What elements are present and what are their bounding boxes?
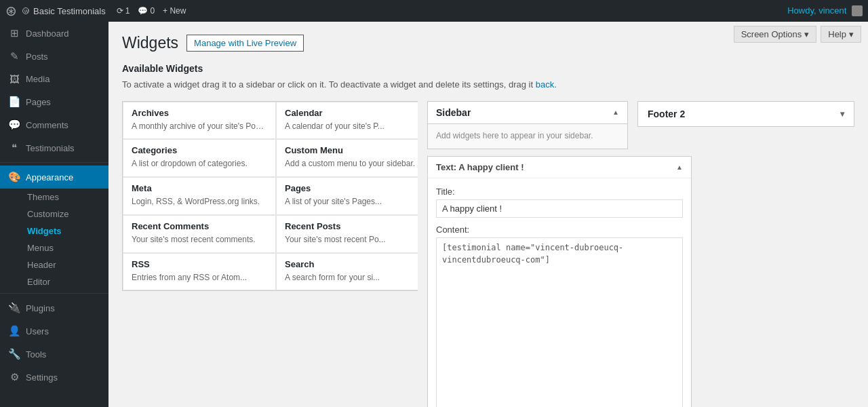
- sidebar-item-appearance[interactable]: 🎨 Appearance: [0, 166, 108, 189]
- widget-item-desc: Your site's most recent comments.: [132, 234, 267, 246]
- sidebar-sub-editor[interactable]: Editor: [0, 273, 108, 290]
- widget-item-name: Recent Posts: [285, 221, 415, 231]
- admin-bar: ⊛ W Basic Testimonials ⟳ 1 💬 0 + New How…: [0, 0, 868, 22]
- widget-item[interactable]: Recent CommentsYour site's most recent c…: [123, 215, 276, 253]
- widget-item-name: Search: [285, 259, 415, 269]
- sidebar-item-comments[interactable]: 💬 Comments: [0, 113, 108, 136]
- sidebar-item-tools[interactable]: 🔧 Tools: [0, 343, 108, 366]
- plugins-icon: 🔌: [8, 302, 20, 314]
- manage-live-preview-button[interactable]: Manage with Live Preview: [186, 35, 304, 52]
- back-link[interactable]: back: [536, 79, 554, 90]
- sidebar-divider: [0, 162, 108, 163]
- widget-item-name: RSS: [132, 259, 267, 269]
- widget-item-name: Categories: [132, 145, 267, 155]
- media-icon: 🖼: [8, 73, 20, 85]
- howdy-user[interactable]: Howdy, vincent: [787, 5, 863, 17]
- widget-item-desc: A search form for your si...: [285, 272, 415, 284]
- widget-item-name: Meta: [132, 183, 267, 193]
- page-title: Widgets: [122, 34, 178, 52]
- sidebar-panel-arrow-up: ▲: [612, 109, 619, 116]
- text-widget-header[interactable]: Text: A happy client ! ▲: [428, 157, 691, 178]
- available-widgets-desc: To activate a widget drag it to a sideba…: [122, 78, 854, 92]
- sidebar-nav: ⊞ Dashboard ✎ Posts 🖼 Media 📄 Pages 💬 Co…: [0, 22, 108, 407]
- widget-item[interactable]: ArchivesA monthly archive of your site's…: [123, 102, 276, 140]
- sidebar-sub-header[interactable]: Header: [0, 256, 108, 273]
- users-icon: 👤: [8, 325, 20, 337]
- text-widget-body: Title: Content:: [428, 178, 691, 408]
- widgets-grid-wrapper: ArchivesA monthly archive of your site's…: [122, 101, 418, 292]
- widget-item-name: Archives: [132, 108, 267, 118]
- updates-item[interactable]: ⟳ 1: [117, 6, 130, 16]
- wp-logo-icon: ⊛: [5, 3, 17, 19]
- bar-items: ⟳ 1 💬 0 + New: [117, 6, 186, 16]
- widget-item-desc: Add a custom menu to your sidebar.: [285, 158, 415, 170]
- widget-item-name: Calendar: [285, 108, 415, 118]
- sidebar-item-posts[interactable]: ✎ Posts: [0, 45, 108, 68]
- widget-item-name: Recent Comments: [132, 221, 267, 231]
- content-label: Content:: [436, 225, 683, 235]
- screen-options-button[interactable]: Screen Options ▾: [734, 26, 817, 43]
- footer-2-panel-header[interactable]: Footer 2 ▾: [637, 101, 854, 127]
- sidebar-panel-header[interactable]: Sidebar ▲: [427, 101, 628, 124]
- sidebar-panel-body: Add widgets here to appear in your sideb…: [427, 124, 628, 149]
- widget-item-desc: Login, RSS, & WordPress.org links.: [132, 196, 267, 208]
- wp-icon: W: [22, 7, 29, 14]
- dashboard-icon: ⊞: [8, 27, 20, 39]
- sidebar-sub-menus[interactable]: Menus: [0, 239, 108, 256]
- widget-item[interactable]: CalendarA calendar of your site's P...: [276, 102, 418, 140]
- widget-item-name: Custom Menu: [285, 145, 415, 155]
- widget-item[interactable]: SearchA search form for your si...: [276, 253, 418, 291]
- sidebar-sub-widgets[interactable]: Widgets: [0, 222, 108, 239]
- widget-item-desc: A calendar of your site's P...: [285, 121, 415, 132]
- avatar: [852, 5, 863, 16]
- main-wrapper: ⊞ Dashboard ✎ Posts 🖼 Media 📄 Pages 💬 Co…: [0, 22, 868, 407]
- widget-item[interactable]: CategoriesA list or dropdown of categori…: [123, 139, 276, 177]
- new-item[interactable]: + New: [163, 6, 186, 16]
- title-input[interactable]: [436, 199, 683, 218]
- comments-icon: 💬: [138, 6, 148, 16]
- sidebar-item-media[interactable]: 🖼 Media: [0, 68, 108, 90]
- sidebar-item-dashboard[interactable]: ⊞ Dashboard: [0, 22, 108, 45]
- widget-item-desc: A list or dropdown of categories.: [132, 158, 267, 170]
- sidebar-divider2: [0, 293, 108, 294]
- sidebar-item-plugins[interactable]: 🔌 Plugins: [0, 296, 108, 319]
- widget-item-desc: A monthly archive of your site's Posts.: [132, 121, 267, 132]
- title-label: Title:: [436, 187, 683, 197]
- text-widget-arrow-up: ▲: [676, 163, 683, 171]
- available-widgets-title: Available Widgets: [122, 63, 854, 74]
- help-button[interactable]: Help ▾: [821, 26, 861, 43]
- tools-icon: 🔧: [8, 348, 20, 360]
- widget-item[interactable]: MetaLogin, RSS, & WordPress.org links.: [123, 177, 276, 215]
- sidebar-item-pages[interactable]: 📄 Pages: [0, 90, 108, 113]
- widget-item[interactable]: Custom MenuAdd a custom menu to your sid…: [276, 139, 418, 177]
- sidebar-widget-panel: Sidebar ▲ Add widgets here to appear in …: [427, 101, 628, 408]
- posts-icon: ✎: [8, 50, 20, 62]
- updates-icon: ⟳: [117, 6, 123, 16]
- widget-item[interactable]: Recent PostsYour site's most recent Po..…: [276, 215, 418, 253]
- widget-item[interactable]: PagesA list of your site's Pages...: [276, 177, 418, 215]
- right-panels: Footer 2 ▾: [637, 101, 854, 127]
- widget-item-name: Pages: [285, 183, 415, 193]
- widget-item-desc: Entries from any RSS or Atom...: [132, 272, 267, 284]
- comments-icon: 💬: [8, 119, 20, 131]
- widget-item-desc: Your site's most recent Po...: [285, 234, 415, 246]
- sidebar-item-settings[interactable]: ⚙ Settings: [0, 366, 108, 389]
- sidebar-sub-themes[interactable]: Themes: [0, 189, 108, 206]
- appearance-icon: 🎨: [8, 171, 20, 183]
- content-textarea[interactable]: [436, 237, 683, 408]
- settings-icon: ⚙: [8, 371, 20, 383]
- widget-item[interactable]: RSSEntries from any RSS or Atom...: [123, 253, 276, 291]
- sidebar-item-users[interactable]: 👤 Users: [0, 319, 108, 343]
- site-name[interactable]: W Basic Testimonials: [22, 6, 106, 16]
- top-right-bar: Screen Options ▾ Help ▾: [727, 22, 868, 47]
- widget-item-desc: A list of your site's Pages...: [285, 196, 415, 208]
- pages-icon: 📄: [8, 96, 20, 108]
- footer-2-arrow-down: ▾: [840, 109, 844, 119]
- main-content: Widgets Manage with Live Preview Availab…: [108, 22, 868, 407]
- sidebar-sub-customize[interactable]: Customize: [0, 206, 108, 222]
- widgets-layout: ArchivesA monthly archive of your site's…: [122, 101, 854, 408]
- comments-item[interactable]: 💬 0: [138, 6, 155, 16]
- widgets-grid: ArchivesA monthly archive of your site's…: [122, 101, 418, 292]
- testimonials-icon: ❝: [8, 142, 20, 154]
- sidebar-item-testimonials[interactable]: ❝ Testimonials: [0, 136, 108, 159]
